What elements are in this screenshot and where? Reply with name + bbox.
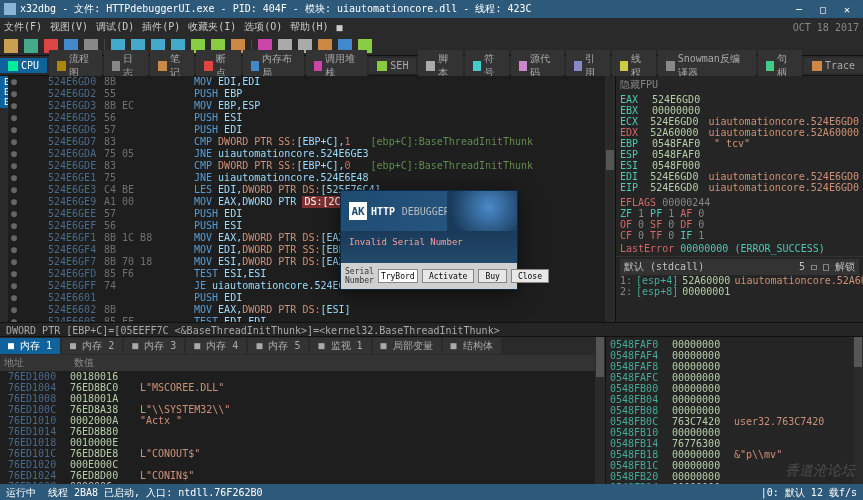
eflags-label: EFLAGS — [620, 197, 656, 208]
register-row[interactable]: ECX524E6GD0uiautomationcore.524E6GD0 — [620, 116, 859, 127]
register-row[interactable]: EIP524E6GD0uiautomationcore.524E6GD0 — [620, 182, 859, 193]
stack-row[interactable]: 0548FAF400000000 — [610, 350, 849, 361]
args-count[interactable]: 5 ◻ □ 解锁 — [799, 260, 855, 274]
serial-input[interactable] — [378, 269, 418, 283]
dump-row[interactable]: 76ED10180010000E — [0, 437, 595, 448]
logo-text-1: HTTP — [371, 206, 395, 217]
dialog-bg-image — [447, 191, 517, 231]
dump-tabbar: ■ 内存 1■ 内存 2■ 内存 3■ 内存 4■ 内存 5■ 监视 1■ 局部… — [0, 337, 595, 355]
tab-icon — [766, 61, 774, 71]
dump-row[interactable]: 76ED100476ED8BC0L"MSCOREE.DLL" — [0, 382, 595, 393]
menu-favorites[interactable]: 收藏夹(I) — [188, 20, 236, 34]
disasm-row[interactable]: ●524E6601PUSH EDI — [8, 292, 605, 304]
buy-button[interactable]: Buy — [478, 269, 506, 283]
arg-row[interactable]: 2:[esp+8]00000001 — [620, 286, 859, 297]
dump-scrollbar[interactable] — [595, 337, 605, 484]
tab-label: CPU — [21, 60, 39, 71]
dump-row[interactable]: 76ED101476ED8B80 — [0, 426, 595, 437]
dump-row[interactable]: 76ED100C76ED8A38L"\\SYSTEM32\\" — [0, 404, 595, 415]
tab-icon — [112, 61, 120, 71]
dump-row[interactable]: 76ED100000180016 — [0, 371, 595, 382]
stack-row[interactable]: 0548FB0C763C7420user32.763C7420 — [610, 416, 849, 427]
registers-header[interactable]: 隐藏FPU — [620, 78, 859, 92]
folder-icon[interactable] — [4, 39, 18, 53]
logo-text-2: DEBUGGER — [402, 206, 450, 217]
dump-tab-7[interactable]: ■ 结构体 — [443, 338, 501, 354]
disasm-row[interactable]: ●524E6GDA75 05JNE uiautomationcore.524E6… — [8, 148, 605, 160]
restart-icon[interactable] — [24, 39, 38, 53]
tab-icon — [812, 61, 822, 71]
disasm-row[interactable]: ●524E660585 FFTEST EDI,EDI — [8, 316, 605, 322]
tab-icon — [377, 61, 387, 71]
disasm-row[interactable]: ●524E66028BMOV EAX,DWORD PTR DS:[ESI] — [8, 304, 605, 316]
register-row[interactable]: EDX52A60000uiautomationcore.52A60000 — [620, 127, 859, 138]
disasm-row[interactable]: ●524E6GD783CMP DWORD PTR SS:[EBP+C],1[eb… — [8, 136, 605, 148]
menu-file[interactable]: 文件(F) — [4, 20, 42, 34]
stack-row[interactable]: 0548FAF000000000 — [610, 339, 849, 350]
minimize-button[interactable]: ─ — [787, 4, 811, 15]
disasm-scrollbar[interactable] — [605, 76, 615, 322]
disasm-row[interactable]: ●524E6GDE83CMP DWORD PTR SS:[EBP+C],0[eb… — [8, 160, 605, 172]
disasm-row[interactable]: ●524E6GD657PUSH EDI — [8, 124, 605, 136]
tab-label: Trace — [825, 60, 855, 71]
disasm-row[interactable]: ●524E6GD255PUSH EBP — [8, 88, 605, 100]
disasm-row[interactable]: ●524E6GD556PUSH ESI — [8, 112, 605, 124]
disasm-row[interactable]: ●524E6GD08BMOV EDI,EDI — [8, 76, 605, 88]
disasm-row[interactable]: ●524E6GD38B ECMOV EBP,ESP — [8, 100, 605, 112]
stack-row[interactable]: 0548FB1000000000 — [610, 427, 849, 438]
dump-row[interactable]: 76ED10080018001A — [0, 393, 595, 404]
dump-row[interactable]: 76ED101C76ED8DE8L"CONOUT$" — [0, 448, 595, 459]
register-row[interactable]: EAX524E6GD0 — [620, 94, 859, 105]
maximize-button[interactable]: □ — [811, 4, 835, 15]
dump-row[interactable]: 76ED10100002000A"Actx " — [0, 415, 595, 426]
stack-row[interactable]: 0548FAFC00000000 — [610, 372, 849, 383]
menu-options[interactable]: 选项(O) — [244, 20, 282, 34]
lasterror-value: 00000000 (ERROR_SUCCESS) — [680, 243, 825, 254]
dump-tab-1[interactable]: ■ 内存 2 — [62, 338, 122, 354]
menu-plugins[interactable]: 插件(P) — [142, 20, 180, 34]
dump-tab-6[interactable]: ■ 局部变量 — [373, 338, 441, 354]
tab-icon — [57, 61, 65, 71]
view-tab-0[interactable]: CPU — [0, 58, 47, 73]
register-row[interactable]: ESP0548FAF0 — [620, 149, 859, 160]
activate-button[interactable]: Activate — [422, 269, 475, 283]
dump-panel[interactable]: ■ 内存 1■ 内存 2■ 内存 3■ 内存 4■ 内存 5■ 监视 1■ 局部… — [0, 337, 595, 484]
status-bar: 运行中 线程 2BA8 已启动, 入口: ntdll.76F262B0 |0: … — [0, 484, 863, 500]
register-row[interactable]: EBP0548FAF0" tcv" — [620, 138, 859, 149]
view-tab-15[interactable]: Trace — [804, 58, 863, 73]
dump-row[interactable]: 76ED10280008006 — [0, 481, 595, 484]
stack-row[interactable]: 0548FB0800000000 — [610, 405, 849, 416]
register-row[interactable]: ESI0548F000 — [620, 160, 859, 171]
stack-row[interactable]: 0548FB2400000000 — [610, 482, 849, 484]
stack-row[interactable]: 0548FB0400000000 — [610, 394, 849, 405]
stack-row[interactable]: 0548FB1476776300 — [610, 438, 849, 449]
close-button[interactable]: ✕ — [835, 4, 859, 15]
register-row[interactable]: EBX00000000 — [620, 105, 859, 116]
args-panel[interactable]: 默认 (stdcall) 5 ◻ □ 解锁 1:[esp+4]52A60000u… — [616, 256, 863, 322]
registers-panel[interactable]: 隐藏FPU EAX524E6GD0EBX00000000ECX524E6GD0u… — [616, 76, 863, 256]
menu-help[interactable]: 帮助(H) — [290, 20, 328, 34]
menu-view[interactable]: 视图(V) — [50, 20, 88, 34]
dump-row[interactable]: 76ED1020000E000C — [0, 459, 595, 470]
stack-row[interactable]: 0548FB1800000000&"p\\mv" — [610, 449, 849, 460]
dump-tab-0[interactable]: ■ 内存 1 — [0, 338, 60, 354]
tab-icon — [158, 61, 166, 71]
disasm-row[interactable]: ●524E6GE175JNE uiautomationcore.524E6E48 — [8, 172, 605, 184]
stack-row[interactable]: 0548FB0000000000 — [610, 383, 849, 394]
dump-row[interactable]: 76ED102476ED8D00L"CONIN$" — [0, 470, 595, 481]
close-dialog-button[interactable]: Close — [511, 269, 549, 283]
status-state: 运行中 — [6, 486, 36, 500]
menu-box[interactable]: ■ — [336, 22, 342, 33]
callconv-label[interactable]: 默认 (stdcall) — [624, 260, 704, 274]
watermark: 香道沧论坛 — [785, 462, 855, 480]
stack-row[interactable]: 0548FAF800000000 — [610, 361, 849, 372]
menu-debug[interactable]: 调试(D) — [96, 20, 134, 34]
arg-row[interactable]: 1:[esp+4]52A60000uiautomationcore.52A600… — [620, 275, 859, 286]
view-tab-7[interactable]: SEH — [369, 58, 416, 73]
dialog-header: AK HTTP DEBUGGER — [341, 191, 517, 231]
dump-tab-4[interactable]: ■ 内存 5 — [248, 338, 308, 354]
dump-tab-5[interactable]: ■ 监视 1 — [310, 338, 370, 354]
register-row[interactable]: EDI524E6GD0uiautomationcore.524E6GD0 — [620, 171, 859, 182]
dump-tab-2[interactable]: ■ 内存 3 — [124, 338, 184, 354]
dump-tab-3[interactable]: ■ 内存 4 — [186, 338, 246, 354]
